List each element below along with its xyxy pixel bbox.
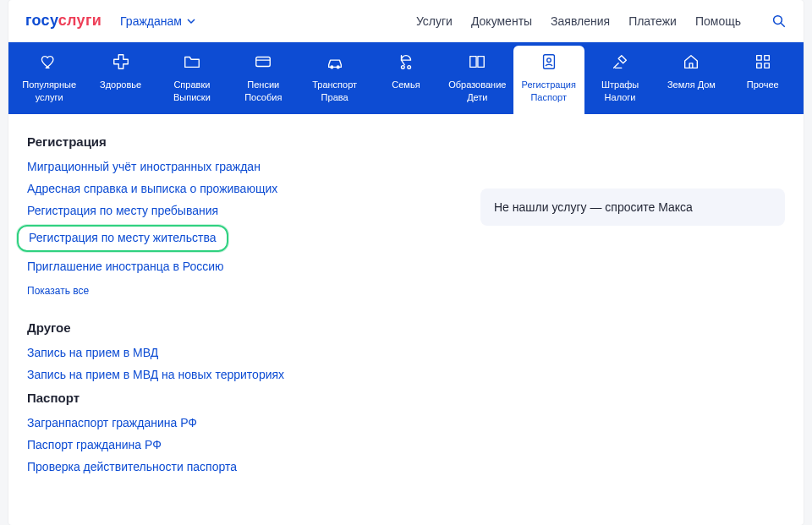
highlight-ring: Регистрация по месту жительства bbox=[17, 225, 228, 252]
person-doc-icon bbox=[540, 52, 558, 74]
category-health[interactable]: Здоровье bbox=[85, 42, 156, 114]
section: ПаспортЗагранпаспорт гражданина РФПаспор… bbox=[27, 391, 447, 474]
gavel-icon bbox=[611, 52, 629, 74]
list-item: Приглашение иностранца в Россию bbox=[27, 259, 447, 274]
list-item: Запись на прием в МВД на новых территори… bbox=[27, 367, 447, 382]
logo[interactable]: госуслуги bbox=[25, 12, 102, 30]
category-label: Прочее bbox=[747, 79, 779, 104]
category-docs[interactable]: СправкиВыписки bbox=[156, 42, 228, 114]
category-popular[interactable]: Популярныеуслуги bbox=[14, 42, 85, 114]
service-link[interactable]: Миграционный учёт иностранных граждан bbox=[27, 160, 261, 173]
link-list: Миграционный учёт иностранных гражданАдр… bbox=[27, 159, 447, 274]
category-label: ПенсииПособия bbox=[244, 79, 282, 104]
book-icon bbox=[468, 52, 486, 74]
service-link[interactable]: Запись на прием в МВД bbox=[27, 346, 158, 359]
section-title: Другое bbox=[27, 320, 447, 335]
list-item: Регистрация по месту пребывания bbox=[27, 203, 447, 218]
list-item: Миграционный учёт иностранных граждан bbox=[27, 159, 447, 174]
grid-icon bbox=[754, 52, 772, 74]
logo-part-2: слуги bbox=[58, 12, 102, 29]
category-registration[interactable]: РегистрацияПаспорт bbox=[513, 46, 584, 114]
svg-rect-12 bbox=[756, 63, 761, 68]
show-all-link[interactable]: Показать все bbox=[27, 285, 89, 297]
category-land[interactable]: Земля Дом bbox=[656, 42, 727, 114]
search-button[interactable] bbox=[771, 14, 787, 29]
heart-icon bbox=[40, 52, 58, 74]
chevron-down-icon bbox=[187, 17, 195, 25]
logo-part-1: госу bbox=[25, 12, 58, 29]
category-label: ТранспортПрава bbox=[312, 79, 357, 104]
svg-line-1 bbox=[781, 23, 785, 27]
svg-point-0 bbox=[774, 15, 782, 24]
right-column: Не нашли услугу — спросите Макса bbox=[480, 134, 785, 483]
service-link[interactable]: Регистрация по месту жительства bbox=[29, 231, 217, 244]
category-label: Здоровье bbox=[100, 79, 141, 104]
nav-payments[interactable]: Платежи bbox=[628, 14, 677, 28]
content: РегистрацияМиграционный учёт иностранных… bbox=[8, 114, 804, 500]
folder-icon bbox=[183, 52, 201, 74]
category-label: СправкиВыписки bbox=[173, 79, 211, 104]
nav-help[interactable]: Помощь bbox=[695, 14, 741, 28]
category-other[interactable]: Прочее bbox=[727, 42, 798, 114]
category-label: Популярныеуслуги bbox=[22, 79, 76, 104]
section-title: Паспорт bbox=[27, 391, 447, 405]
service-link[interactable]: Регистрация по месту пребывания bbox=[27, 204, 218, 217]
category-label: Семья bbox=[392, 79, 420, 104]
category-label: РегистрацияПаспорт bbox=[522, 79, 576, 104]
category-family[interactable]: Семья bbox=[370, 42, 442, 114]
svg-rect-2 bbox=[256, 57, 271, 67]
nav-requests[interactable]: Заявления bbox=[551, 14, 610, 28]
card-icon bbox=[254, 52, 272, 74]
section: ДругоеЗапись на прием в МВДЗапись на при… bbox=[27, 320, 447, 382]
svg-point-6 bbox=[401, 66, 404, 69]
nav-documents[interactable]: Документы bbox=[471, 14, 532, 28]
header: госуслуги Гражданам Услуги Документы Зая… bbox=[8, 0, 804, 42]
cross-icon bbox=[112, 52, 130, 74]
header-nav: Услуги Документы Заявления Платежи Помощ… bbox=[416, 14, 787, 29]
service-link[interactable]: Паспорт гражданина РФ bbox=[27, 438, 162, 451]
category-pensions[interactable]: ПенсииПособия bbox=[228, 42, 299, 114]
service-link[interactable]: Запись на прием в МВД на новых территори… bbox=[27, 368, 284, 381]
search-icon bbox=[771, 14, 787, 29]
service-link[interactable]: Проверка действительности паспорта bbox=[27, 460, 237, 473]
category-label: ШтрафыНалоги bbox=[601, 79, 639, 104]
nav-services[interactable]: Услуги bbox=[416, 14, 453, 28]
category-label: Земля Дом bbox=[667, 79, 716, 104]
list-item: Проверка действительности паспорта bbox=[27, 459, 447, 474]
section: РегистрацияМиграционный учёт иностранных… bbox=[27, 134, 447, 315]
car-icon bbox=[326, 52, 344, 74]
service-link[interactable]: Приглашение иностранца в Россию bbox=[27, 260, 224, 273]
list-item: Регистрация по месту жительства bbox=[27, 225, 447, 252]
home-icon bbox=[682, 52, 700, 74]
svg-rect-10 bbox=[756, 56, 761, 61]
svg-point-9 bbox=[546, 58, 551, 63]
category-education[interactable]: ОбразованиеДети bbox=[442, 42, 513, 114]
list-item: Запись на прием в МВД bbox=[27, 345, 447, 360]
max-assistant-prompt[interactable]: Не нашли услугу — спросите Макса bbox=[480, 189, 785, 226]
left-column: РегистрацияМиграционный учёт иностранных… bbox=[27, 134, 447, 483]
list-item: Адресная справка и выписка о проживающих bbox=[27, 181, 447, 196]
audience-label: Гражданам bbox=[120, 14, 182, 28]
audience-selector[interactable]: Гражданам bbox=[120, 14, 195, 28]
list-item: Паспорт гражданина РФ bbox=[27, 437, 447, 452]
category-fines[interactable]: ШтрафыНалоги bbox=[584, 42, 656, 114]
category-transport[interactable]: ТранспортПрава bbox=[299, 42, 370, 114]
stroller-icon bbox=[397, 52, 415, 74]
svg-rect-11 bbox=[765, 56, 770, 61]
svg-point-7 bbox=[408, 66, 411, 69]
service-link[interactable]: Адресная справка и выписка о проживающих bbox=[27, 182, 277, 195]
link-list: Запись на прием в МВДЗапись на прием в М… bbox=[27, 345, 447, 382]
category-bar: ПопулярныеуслугиЗдоровьеСправкиВыпискиПе… bbox=[8, 42, 804, 114]
svg-rect-13 bbox=[765, 63, 770, 68]
list-item: Загранпаспорт гражданина РФ bbox=[27, 415, 447, 430]
service-link[interactable]: Загранпаспорт гражданина РФ bbox=[27, 416, 197, 429]
section-title: Регистрация bbox=[27, 134, 447, 149]
link-list: Загранпаспорт гражданина РФПаспорт гражд… bbox=[27, 415, 447, 474]
category-label: ОбразованиеДети bbox=[448, 79, 506, 104]
